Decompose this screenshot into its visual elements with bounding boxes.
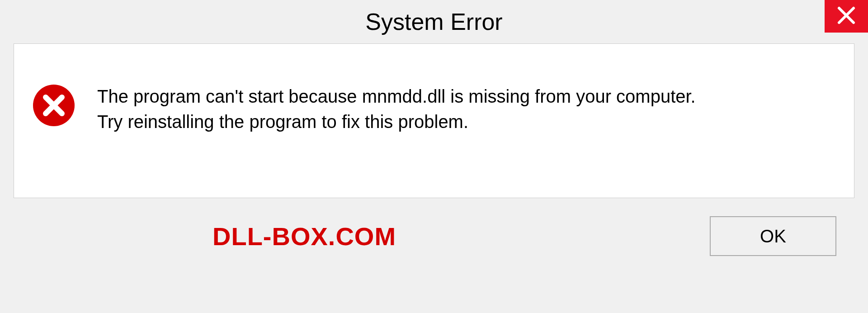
error-icon (32, 84, 75, 127)
system-error-dialog: System Error The program can't start bec… (0, 0, 868, 313)
dialog-title: System Error (365, 8, 502, 35)
footer-area: DLL-BOX.COM OK (14, 198, 854, 256)
brand-watermark: DLL-BOX.COM (212, 222, 396, 251)
error-message: The program can't start because mnmdd.dl… (97, 84, 696, 134)
ok-button-label: OK (760, 226, 786, 247)
titlebar: System Error (0, 0, 868, 43)
error-message-line-1: The program can't start because mnmdd.dl… (97, 84, 696, 109)
close-icon (835, 5, 857, 28)
close-button[interactable] (825, 0, 868, 33)
error-message-line-2: Try reinstalling the program to fix this… (97, 109, 696, 134)
content-panel: The program can't start because mnmdd.dl… (14, 43, 854, 198)
ok-button[interactable]: OK (710, 216, 836, 256)
